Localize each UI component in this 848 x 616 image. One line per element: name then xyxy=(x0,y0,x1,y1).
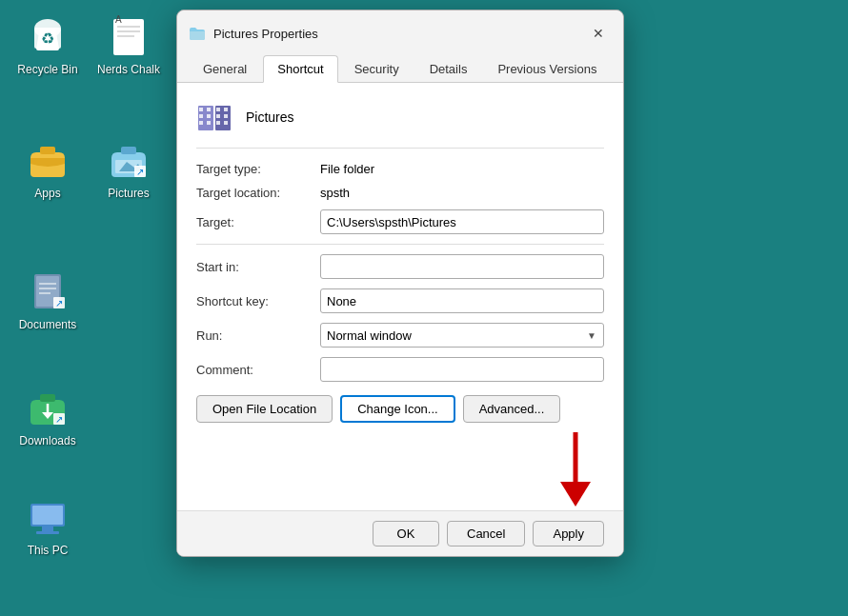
svg-rect-40 xyxy=(216,121,220,125)
pictures-folder-icon xyxy=(196,98,234,136)
recycle-bin-icon: ♻ xyxy=(25,13,71,59)
annotation-area xyxy=(196,423,604,499)
svg-rect-28 xyxy=(42,527,53,531)
svg-text:↗: ↗ xyxy=(136,167,144,177)
dialog-titlebar: Pictures Properties ✕ xyxy=(177,10,623,47)
pictures-name: Pictures xyxy=(246,109,294,125)
red-arrow-annotation xyxy=(556,432,595,511)
svg-text:↗: ↗ xyxy=(55,414,63,425)
downloads-icon: ↗ xyxy=(25,385,71,430)
pictures-desktop-label: Pictures xyxy=(108,187,149,200)
ok-button[interactable]: OK xyxy=(373,521,439,546)
red-arrow-icon xyxy=(556,432,595,508)
desktop-icon-nerds-chalk[interactable]: A Nerds Chalk xyxy=(91,10,167,80)
svg-rect-31 xyxy=(199,108,203,111)
dialog-tabs: General Shortcut Security Details Previo… xyxy=(177,47,623,83)
documents-label: Documents xyxy=(19,318,77,331)
comment-label: Comment: xyxy=(196,363,320,377)
change-icon-button[interactable]: Change Icon... xyxy=(340,395,455,423)
desktop-icon-pictures[interactable]: ↗ Pictures xyxy=(91,133,167,204)
target-type-value: File folder xyxy=(320,162,374,176)
svg-rect-41 xyxy=(224,108,228,111)
run-label: Run: xyxy=(196,328,320,343)
shortcut-key-row: Shortcut key: xyxy=(196,288,604,313)
downloads-label: Downloads xyxy=(19,434,75,447)
action-buttons: Open File Location Change Icon... Advanc… xyxy=(196,395,604,423)
comment-row: Comment: xyxy=(196,357,604,382)
start-in-input[interactable] xyxy=(320,254,604,279)
svg-rect-33 xyxy=(199,121,203,125)
target-location-value: spsth xyxy=(320,186,350,200)
start-in-row: Start in: xyxy=(196,254,604,279)
target-location-row: Target location: spsth xyxy=(196,186,604,200)
tab-security[interactable]: Security xyxy=(340,55,414,83)
svg-text:A: A xyxy=(115,15,122,25)
desktop-icon-recycle-bin[interactable]: ♻ Recycle Bin xyxy=(10,10,86,80)
pictures-header: Pictures xyxy=(196,98,604,149)
svg-rect-8 xyxy=(40,147,55,154)
dialog-title-icon xyxy=(189,25,206,42)
svg-rect-35 xyxy=(207,114,211,118)
pictures-desktop-icon: ↗ xyxy=(106,137,151,183)
advanced-button[interactable]: Advanced... xyxy=(463,395,561,423)
tab-general[interactable]: General xyxy=(189,55,261,83)
svg-rect-39 xyxy=(216,114,220,118)
comment-input[interactable] xyxy=(320,357,604,382)
dialog-title-area: Pictures Properties xyxy=(189,25,318,42)
target-location-label: Target location: xyxy=(196,186,320,200)
svg-rect-9 xyxy=(121,147,136,154)
svg-rect-43 xyxy=(224,121,228,125)
start-in-label: Start in: xyxy=(196,260,320,274)
nerds-chalk-icon: A xyxy=(106,13,151,59)
svg-rect-42 xyxy=(224,114,228,118)
desktop-icon-this-pc[interactable]: This PC xyxy=(10,490,86,561)
target-input[interactable] xyxy=(320,209,604,234)
apply-button[interactable]: Apply xyxy=(533,521,604,546)
target-row: Target: xyxy=(196,209,604,234)
target-label: Target: xyxy=(196,215,320,229)
svg-rect-32 xyxy=(199,114,203,118)
apps-label: Apps xyxy=(34,187,60,200)
this-pc-label: This PC xyxy=(28,544,69,557)
cancel-button[interactable]: Cancel xyxy=(447,521,525,546)
recycle-bin-label: Recycle Bin xyxy=(17,63,77,76)
svg-text:♻: ♻ xyxy=(41,30,54,47)
shortcut-key-input[interactable] xyxy=(320,288,604,313)
nerds-chalk-label: Nerds Chalk xyxy=(97,63,160,76)
svg-rect-29 xyxy=(36,531,59,534)
desktop-icon-downloads[interactable]: ↗ Downloads xyxy=(10,381,86,451)
divider-1 xyxy=(196,244,604,245)
target-type-label: Target type: xyxy=(196,162,320,176)
shortcut-key-label: Shortcut key: xyxy=(196,294,320,308)
svg-text:↗: ↗ xyxy=(55,298,63,308)
run-select-wrapper: Normal window Minimized Maximized ▼ xyxy=(320,323,604,348)
dialog-close-button[interactable]: ✕ xyxy=(585,20,612,47)
svg-rect-34 xyxy=(207,108,211,111)
dialog-footer: OK Cancel Apply xyxy=(177,510,623,556)
dialog-title-text: Pictures Properties xyxy=(213,27,318,41)
apps-icon xyxy=(25,137,71,183)
desktop-icon-apps[interactable]: Apps xyxy=(10,133,86,204)
svg-rect-38 xyxy=(216,108,220,111)
this-pc-icon xyxy=(25,494,71,540)
run-row: Run: Normal window Minimized Maximized ▼ xyxy=(196,323,604,348)
open-file-location-button[interactable]: Open File Location xyxy=(196,395,333,423)
svg-rect-36 xyxy=(207,121,211,125)
dialog-body: Pictures Target type: File folder Target… xyxy=(177,83,623,510)
svg-rect-21 xyxy=(40,394,55,402)
svg-rect-27 xyxy=(32,506,63,525)
tab-details[interactable]: Details xyxy=(415,55,482,83)
desktop-icon-documents[interactable]: ↗ Documents xyxy=(10,265,86,335)
target-type-row: Target type: File folder xyxy=(196,162,604,176)
tab-previous-versions[interactable]: Previous Versions xyxy=(483,55,611,83)
documents-icon: ↗ xyxy=(25,268,71,314)
tab-shortcut[interactable]: Shortcut xyxy=(263,55,337,83)
run-select[interactable]: Normal window Minimized Maximized xyxy=(320,323,604,348)
svg-marker-45 xyxy=(560,482,591,507)
properties-dialog: Pictures Properties ✕ General Shortcut S… xyxy=(176,10,624,557)
